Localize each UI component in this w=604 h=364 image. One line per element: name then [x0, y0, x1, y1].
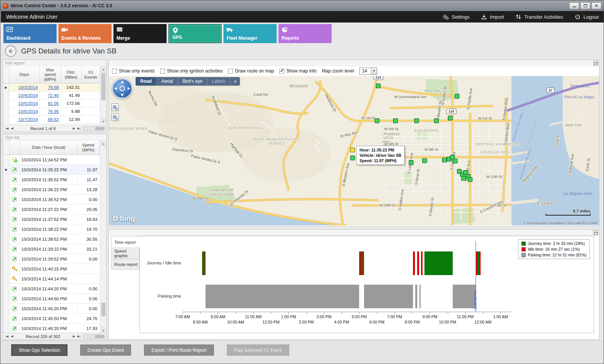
days-cell[interactable]: 10/4/2014 [9, 92, 40, 99]
nav-tile-gps[interactable]: GPS [168, 24, 222, 43]
column-header[interactable]: X1 Events [82, 66, 100, 83]
info-hscrollbar[interactable] [83, 126, 105, 131]
prev-page-button[interactable]: ◀ [10, 127, 14, 130]
gps-list-row[interactable]: ▶10/3/2014 11:35:22 PM11.97 [3, 165, 106, 175]
checkbox-show-only-ignition-activities[interactable]: Show only ignition activities [160, 68, 223, 74]
checkbox-unchecked-icon[interactable] [228, 69, 233, 74]
map-panel-collapse-button[interactable] [593, 61, 598, 65]
map-canvas[interactable]: MiralestePeck ParkW Summerland AveCrest … [109, 76, 599, 225]
map-zoom-level-select[interactable]: 14 [359, 68, 377, 75]
minimize-button[interactable] [569, 2, 579, 9]
gps-list-row[interactable]: 10/3/2014 11:37:52 PM18.63 [3, 214, 106, 224]
last-page-button[interactable]: ▶| [77, 127, 81, 130]
pan-west-icon[interactable] [114, 87, 117, 90]
max-speed-link[interactable]: 81.05 [48, 101, 59, 106]
max-speed-link[interactable]: 76.95 [48, 109, 59, 114]
pan-east-icon[interactable] [128, 87, 130, 90]
gps-list-row[interactable]: 10/3/2014 11:44:50 PM0.00 [3, 294, 106, 304]
days-cell[interactable]: 10/3/2014 [9, 84, 40, 91]
chart-tab-route-report[interactable]: Route report [111, 259, 139, 270]
gps-marker[interactable] [468, 177, 472, 182]
topbar-action-logout[interactable]: Logout [575, 14, 599, 20]
map-style-tab-labels[interactable]: Labels [207, 77, 230, 85]
gps-marker[interactable] [434, 119, 439, 123]
day-link[interactable]: 10/5/2014 [18, 101, 38, 106]
gps-marker[interactable] [423, 159, 427, 163]
day-link[interactable]: 10/7/2014 [18, 117, 38, 122]
nav-tile-fleet[interactable]: Fleet Manager [223, 24, 277, 43]
chart-panel-collapse-button[interactable] [593, 230, 598, 235]
gps-list-row[interactable]: 10/3/2014 11:38:22 PM19.70 [3, 224, 106, 234]
gps-list-row[interactable]: 10/3/2014 11:46:20 PM17.93 [3, 324, 106, 333]
map-style-tab-bird-s-eye[interactable]: Bird's eye [178, 77, 207, 85]
style-bar-collapse-button[interactable]: « [230, 79, 240, 84]
gps-list-row[interactable]: 10/3/2014 11:36:22 PM13.28 [3, 185, 106, 195]
first-page-button[interactable]: |◀ [5, 127, 9, 130]
gps-marker[interactable] [455, 94, 459, 98]
gps-list-row[interactable]: 10/3/2014 11:39:52 PM0.00 [3, 254, 106, 264]
max-speed-link[interactable]: 72.40 [48, 93, 59, 98]
day-link[interactable]: 10/4/2014 [18, 93, 38, 98]
checkbox-show-only-events[interactable]: Show only events [112, 68, 155, 74]
table-row[interactable]: 10/6/201476.955.88 [3, 108, 106, 116]
gps-marker[interactable] [448, 116, 452, 120]
first-page-button[interactable]: |◀ [5, 335, 9, 338]
chart-tab-speed-graphic[interactable]: Speed graphic [111, 248, 139, 259]
days-cell[interactable]: 10/7/2014 [9, 116, 40, 123]
gps-list-scrollbar[interactable]: ▲ ▼ [100, 141, 106, 333]
zoom-in-button[interactable] [111, 103, 119, 111]
checkbox-unchecked-icon[interactable] [160, 69, 165, 74]
gps-list-row[interactable]: 10/3/2014 11:35:52 PM11.47 [3, 175, 106, 185]
chart-tab-time-report[interactable]: Time report [111, 237, 140, 248]
scroll-up-icon[interactable]: ▲ [100, 141, 106, 147]
gps-list-row[interactable]: 10/3/2014 11:44:14 PM [3, 274, 106, 284]
gps-list-row[interactable]: 10/3/2014 11:38:52 PM30.55 [3, 234, 106, 244]
table-row[interactable]: ▶10/3/201478.68142.31 [3, 84, 106, 92]
gps-list-row[interactable]: 10/3/2014 11:39:22 PM33.21 [3, 244, 106, 254]
topbar-action-transfer[interactable]: Transfer Activities [515, 14, 563, 20]
back-button[interactable] [5, 45, 16, 57]
export-print-route-report-button[interactable]: Export / Print Route Report [144, 345, 214, 356]
window-titlebar[interactable]: Idrive Control Center - 3.0.2 version - … [0, 0, 604, 11]
table-row[interactable]: 10/4/201472.4041.49 [3, 92, 106, 100]
max-speed-link[interactable]: 68.62 [48, 117, 59, 122]
column-header[interactable]: Max speed (MPH) [40, 66, 61, 83]
last-page-button[interactable]: ▶| [77, 335, 81, 338]
column-header[interactable]: Days [9, 66, 40, 83]
gps-list-row[interactable]: 10/3/2014 11:40:15 PM [3, 264, 106, 274]
max-speed-cell[interactable]: 78.68 [40, 84, 61, 91]
nav-tile-merge[interactable]: Merge [113, 24, 167, 43]
day-link[interactable]: 10/6/2014 [18, 109, 38, 114]
max-speed-cell[interactable]: 76.95 [40, 108, 61, 115]
map-compass-control[interactable] [112, 78, 133, 99]
gps-marker[interactable] [350, 156, 355, 160]
scroll-down-icon[interactable]: ▼ [100, 327, 106, 333]
gps-list-row[interactable]: 10/3/2014 11:37:22 PM29.05 [3, 205, 106, 214]
nav-tile-events[interactable]: Events & Reviews [58, 24, 112, 43]
table-row[interactable]: 10/7/201468.6212.99 [3, 116, 106, 124]
gps-marker[interactable] [375, 119, 379, 123]
column-header[interactable]: Date / hour (local) [20, 140, 78, 155]
checkbox-checked-icon[interactable] [279, 69, 284, 74]
gps-marker[interactable] [453, 159, 457, 163]
checkbox-show-map-info[interactable]: Show map info [279, 68, 316, 74]
create-gps-event-button[interactable]: Create Gps Event [80, 345, 131, 356]
gps-marker[interactable] [393, 119, 398, 123]
nav-tile-reports[interactable]: Reports [279, 24, 332, 43]
gps-marker[interactable] [409, 161, 413, 165]
gps-hscrollbar[interactable] [83, 334, 105, 339]
chevron-down-icon[interactable] [371, 68, 377, 74]
gps-list-row[interactable]: 10/3/2014 11:44:20 PM0.00 [3, 284, 106, 294]
gps-marker-selected[interactable] [350, 148, 355, 152]
days-cell[interactable]: 10/6/2014 [9, 108, 40, 115]
prev-page-button[interactable]: ◀ [10, 335, 14, 338]
table-row[interactable]: 10/5/201481.05172.56 [3, 100, 106, 108]
checkbox-unchecked-icon[interactable] [112, 69, 117, 74]
gps-list-row[interactable]: 10/3/2014 11:34:52 PM [3, 155, 106, 165]
max-speed-link[interactable]: 78.68 [48, 85, 59, 90]
zoom-out-button[interactable] [111, 113, 119, 121]
checkbox-draw-route-on-map[interactable]: Draw route on map [228, 68, 274, 74]
gps-marker[interactable] [415, 119, 419, 123]
day-link[interactable]: 10/3/2014 [18, 85, 38, 90]
max-speed-cell[interactable]: 81.05 [40, 100, 61, 107]
